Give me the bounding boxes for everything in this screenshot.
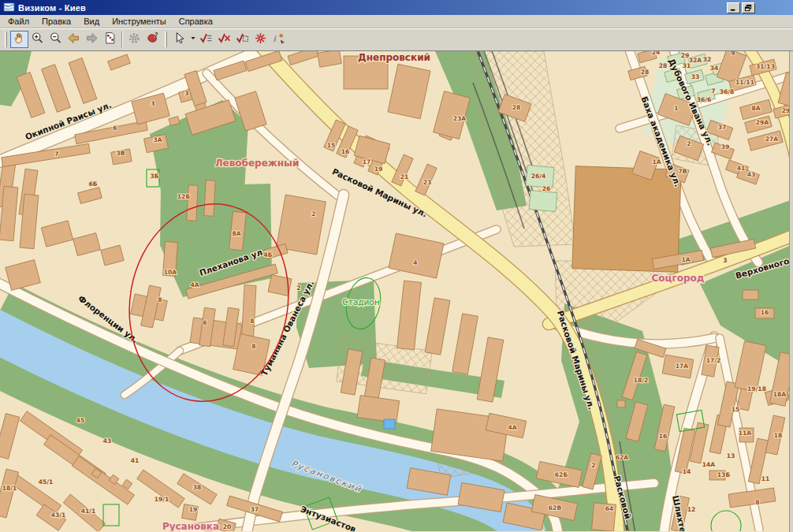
building-number: 8А: [232, 230, 240, 237]
building-number: 37: [251, 506, 259, 513]
building-number: 36/6: [697, 96, 712, 103]
building-number: 31/13: [756, 63, 775, 70]
building-number: 62А: [616, 454, 629, 461]
building-number: 3: [723, 257, 727, 264]
building-number: 17А: [676, 363, 689, 370]
object-info-button[interactable]: i: [270, 31, 288, 48]
building-number: 2: [591, 462, 595, 469]
map-canvas[interactable]: ДнепровскийЛевобережныйСоцгородРусановка…: [0, 51, 793, 531]
building-number: 4А: [508, 424, 516, 431]
building-number: 3: [151, 100, 155, 107]
zoom-in-button[interactable]: [28, 31, 47, 48]
building-number: 8: [250, 318, 254, 325]
building-number: 33: [691, 73, 700, 80]
symbols-tool-button[interactable]: [251, 31, 270, 48]
building-number: 43: [103, 437, 112, 445]
window-controls: [727, 2, 755, 13]
building-number: 6Б: [88, 180, 97, 188]
building-number: 16: [761, 309, 769, 316]
arrow-right-icon: [85, 32, 99, 48]
building-number: 6: [203, 319, 207, 326]
app-icon: [3, 2, 15, 13]
building-number: 4А: [190, 281, 199, 288]
map-label-district: Соцгород: [652, 273, 705, 284]
building-number: 29А: [756, 119, 769, 126]
building-number: 13Б: [717, 471, 731, 478]
building-number: 3Б: [150, 173, 158, 180]
minimize-button[interactable]: [727, 2, 740, 13]
hand-icon: [13, 32, 26, 48]
menu-item-1[interactable]: Правка: [35, 16, 77, 27]
page-icon: [103, 32, 117, 48]
building-number: 19/18: [747, 385, 766, 392]
route-delete-button[interactable]: [215, 31, 233, 48]
building-number: 29: [681, 52, 690, 59]
toolbar-grip: [165, 32, 167, 47]
building-number: 7В: [678, 168, 687, 175]
find-red-icon: ?: [146, 32, 159, 48]
menu-item-4[interactable]: Справка: [173, 16, 219, 27]
menu-item-3[interactable]: Инструменты: [106, 16, 173, 27]
building-number: 19/1: [155, 496, 169, 503]
restore-icon: [744, 1, 753, 15]
toolbar-grip: [5, 32, 7, 47]
building-number: 19: [189, 506, 198, 513]
map-viewport[interactable]: ДнепровскийЛевобережныйСоцгородРусановка…: [0, 51, 793, 532]
building-number: 45: [76, 417, 85, 424]
restore-button[interactable]: [742, 2, 755, 13]
app-window: Визиком - Киев ФайлПравкаВидИнструментыС…: [0, 0, 793, 532]
building-number: 4: [413, 259, 417, 266]
building-number: 6: [113, 125, 117, 132]
building-number: 1А: [652, 158, 661, 166]
select-tool-dropdown-button[interactable]: [188, 31, 197, 48]
building-number: 8А: [751, 105, 760, 112]
building-number: 3: [184, 90, 188, 97]
building-number: 14А: [702, 461, 716, 468]
building-number: 8: [158, 296, 162, 303]
route-list-button[interactable]: [197, 31, 215, 48]
building-number: 15: [327, 142, 336, 149]
minimize-icon: [729, 1, 738, 15]
building-number: 34: [710, 65, 719, 72]
map-label-poi: Стадион: [342, 297, 379, 307]
menu-item-0[interactable]: Файл: [2, 16, 35, 27]
building-number: 17/2: [706, 357, 721, 364]
building-number: 62В: [549, 504, 562, 512]
svg-text:?: ?: [155, 32, 158, 37]
zoom-out-button[interactable]: [47, 31, 65, 48]
settings-button[interactable]: [125, 31, 143, 48]
building-number: 20: [223, 523, 232, 530]
check-list-icon: [199, 32, 213, 48]
building-number: 7: [54, 151, 58, 158]
menu-item-2[interactable]: Вид: [77, 16, 106, 27]
building-number: 11/11: [735, 79, 754, 86]
building-number: 2: [687, 140, 691, 147]
svg-text:i: i: [274, 32, 277, 43]
history-back-button[interactable]: [65, 31, 83, 48]
building-number: 28: [512, 104, 521, 111]
building-number: 21: [400, 173, 409, 180]
building-number: 4Б: [263, 251, 272, 259]
building-number: 31: [683, 62, 691, 69]
building-number: 10А: [164, 269, 177, 276]
title-bar[interactable]: Визиком - Киев: [0, 0, 793, 15]
select-tool-button[interactable]: [170, 31, 188, 48]
building-number: 13: [727, 452, 735, 459]
building-number: 32: [703, 56, 712, 63]
fit-page-button[interactable]: [101, 31, 119, 48]
building-number: 39: [721, 143, 730, 151]
route-area-button[interactable]: [233, 31, 251, 48]
map-label-district: Русановка: [162, 521, 219, 531]
building-number: 41: [131, 457, 140, 464]
map-label-district: Днепровский: [358, 52, 430, 63]
building-number: 28: [641, 69, 650, 76]
zoom-in-icon: [31, 32, 44, 48]
building-number: 3В: [116, 150, 125, 157]
window-frame-right: [789, 51, 793, 532]
history-forward-button[interactable]: [83, 31, 101, 48]
pan-tool-button[interactable]: [10, 31, 28, 48]
map-label-district: Левобережный: [215, 158, 300, 169]
building-number: 26: [542, 185, 551, 192]
building-number: 36/8: [720, 88, 735, 95]
find-object-button[interactable]: ?: [143, 31, 162, 48]
